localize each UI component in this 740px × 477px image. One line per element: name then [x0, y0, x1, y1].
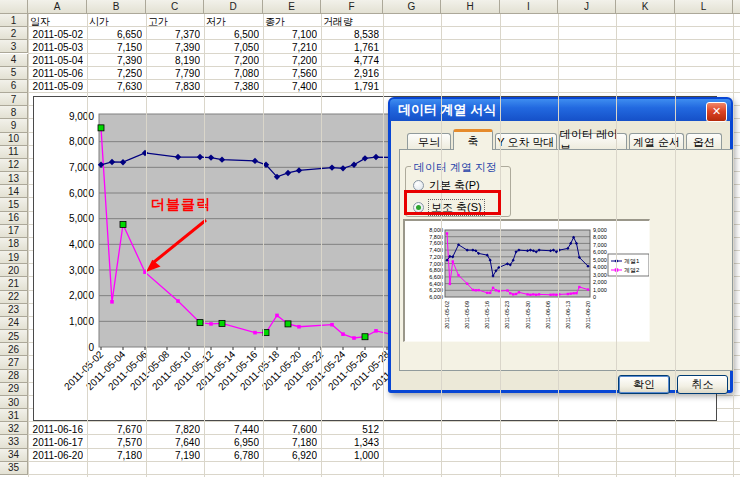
- cell-C32[interactable]: 7,820: [148, 423, 200, 436]
- column-header-F[interactable]: F: [321, 0, 383, 14]
- cell-D1[interactable]: 저가: [206, 15, 259, 28]
- cell-D33[interactable]: 6,950: [206, 436, 259, 449]
- row-header-15[interactable]: 15: [0, 198, 28, 211]
- column-header-J[interactable]: J: [558, 0, 616, 14]
- row-header-4[interactable]: 4: [0, 54, 28, 67]
- cell-A4[interactable]: 2011-05-04: [30, 54, 83, 67]
- cell-B3[interactable]: 7,150: [89, 41, 142, 54]
- row-header-5[interactable]: 5: [0, 67, 28, 80]
- cell-C2[interactable]: 7,370: [148, 28, 200, 41]
- row-header-7[interactable]: 7: [0, 93, 28, 106]
- cell-D32[interactable]: 7,440: [206, 423, 259, 436]
- cell-A34[interactable]: 2011-06-20: [30, 449, 83, 462]
- row-header-27[interactable]: 27: [0, 356, 28, 369]
- row-header-25[interactable]: 25: [0, 330, 28, 343]
- column-header-C[interactable]: C: [146, 0, 204, 14]
- cell-A3[interactable]: 2011-05-03: [30, 41, 83, 54]
- tab-6-inactive[interactable]: 옵션: [686, 133, 722, 150]
- cell-B4[interactable]: 7,390: [89, 54, 142, 67]
- row-header-10[interactable]: 10: [0, 133, 28, 146]
- column-header-A[interactable]: A: [28, 0, 87, 14]
- row-header-13[interactable]: 13: [0, 172, 28, 185]
- tab-1-inactive[interactable]: 무늬: [407, 133, 451, 150]
- row-header-17[interactable]: 17: [0, 225, 28, 238]
- tab-2-active[interactable]: 축: [453, 129, 493, 150]
- cell-A33[interactable]: 2011-06-17: [30, 436, 83, 449]
- row-header-16[interactable]: 16: [0, 212, 28, 225]
- cell-E2[interactable]: 7,100: [265, 28, 317, 41]
- cell-A2[interactable]: 2011-05-02: [30, 28, 83, 41]
- row-header-20[interactable]: 20: [0, 264, 28, 277]
- cell-A1[interactable]: 일자: [30, 15, 83, 28]
- cell-D5[interactable]: 7,080: [206, 67, 259, 80]
- selection-handle[interactable]: [285, 321, 291, 327]
- cell-C1[interactable]: 고가: [148, 15, 200, 28]
- marker-volume[interactable]: [330, 323, 334, 327]
- cell-F3[interactable]: 1,761: [323, 41, 379, 54]
- cell-E6[interactable]: 7,400: [265, 80, 317, 93]
- cell-F32[interactable]: 512: [323, 423, 379, 436]
- row-header-2[interactable]: 2: [0, 27, 28, 40]
- marker-volume[interactable]: [297, 325, 301, 329]
- column-header-G[interactable]: G: [383, 0, 441, 14]
- row-header-1[interactable]: 1: [0, 14, 28, 27]
- column-header-D[interactable]: D: [204, 0, 263, 14]
- cell-D2[interactable]: 6,500: [206, 28, 259, 41]
- cell-F5[interactable]: 2,916: [323, 67, 379, 80]
- row-header-26[interactable]: 26: [0, 343, 28, 356]
- cell-B34[interactable]: 7,180: [89, 449, 142, 462]
- marker-volume[interactable]: [209, 322, 213, 326]
- cell-E33[interactable]: 7,180: [265, 436, 317, 449]
- cell-F4[interactable]: 4,774: [323, 54, 379, 67]
- selection-handle[interactable]: [120, 221, 126, 227]
- cell-D34[interactable]: 6,780: [206, 449, 259, 462]
- marker-volume[interactable]: [352, 336, 356, 340]
- row-header-14[interactable]: 14: [0, 185, 28, 198]
- row-header-23[interactable]: 23: [0, 304, 28, 317]
- marker-volume[interactable]: [341, 332, 345, 336]
- row-header-9[interactable]: 9: [0, 119, 28, 132]
- cell-D3[interactable]: 7,050: [206, 41, 259, 54]
- column-header-M[interactable]: M: [733, 0, 740, 14]
- select-all-corner[interactable]: [0, 0, 28, 14]
- marker-volume[interactable]: [176, 299, 180, 303]
- cell-C5[interactable]: 7,790: [148, 67, 200, 80]
- cell-D6[interactable]: 7,380: [206, 80, 259, 93]
- cell-E32[interactable]: 7,600: [265, 423, 317, 436]
- selection-handle[interactable]: [98, 125, 104, 131]
- cell-F1[interactable]: 거래량: [323, 15, 379, 28]
- row-header-33[interactable]: 33: [0, 435, 28, 448]
- row-header-8[interactable]: 8: [0, 106, 28, 119]
- cell-F33[interactable]: 1,343: [323, 436, 379, 449]
- cell-D4[interactable]: 7,200: [206, 54, 259, 67]
- cell-B33[interactable]: 7,570: [89, 436, 142, 449]
- cell-B5[interactable]: 7,250: [89, 67, 142, 80]
- tab-3-inactive[interactable]: Y 오차 막대: [495, 133, 557, 150]
- cell-A6[interactable]: 2011-05-09: [30, 80, 83, 93]
- row-header-24[interactable]: 24: [0, 317, 28, 330]
- row-header-22[interactable]: 22: [0, 291, 28, 304]
- row-header-30[interactable]: 30: [0, 396, 28, 409]
- row-header-35[interactable]: 35: [0, 462, 28, 475]
- selection-handle[interactable]: [362, 334, 368, 340]
- column-header-L[interactable]: L: [675, 0, 733, 14]
- cell-F34[interactable]: 1,000: [323, 449, 379, 462]
- cell-F6[interactable]: 1,791: [323, 80, 379, 93]
- row-header-6[interactable]: 6: [0, 80, 28, 93]
- selection-handle[interactable]: [219, 320, 225, 326]
- row-header-29[interactable]: 29: [0, 383, 28, 396]
- marker-volume[interactable]: [275, 314, 279, 318]
- column-header-H[interactable]: H: [441, 0, 500, 14]
- cell-E5[interactable]: 7,560: [265, 67, 317, 80]
- cell-C33[interactable]: 7,640: [148, 436, 200, 449]
- cell-F2[interactable]: 8,538: [323, 28, 379, 41]
- selection-handle[interactable]: [197, 320, 203, 326]
- row-header-11[interactable]: 11: [0, 146, 28, 159]
- cell-B32[interactable]: 7,670: [89, 423, 142, 436]
- column-header-I[interactable]: I: [500, 0, 558, 14]
- row-header-34[interactable]: 34: [0, 449, 28, 462]
- column-header-B[interactable]: B: [87, 0, 146, 14]
- column-header-E[interactable]: E: [263, 0, 321, 14]
- cell-E34[interactable]: 6,920: [265, 449, 317, 462]
- row-header-31[interactable]: 31: [0, 409, 28, 422]
